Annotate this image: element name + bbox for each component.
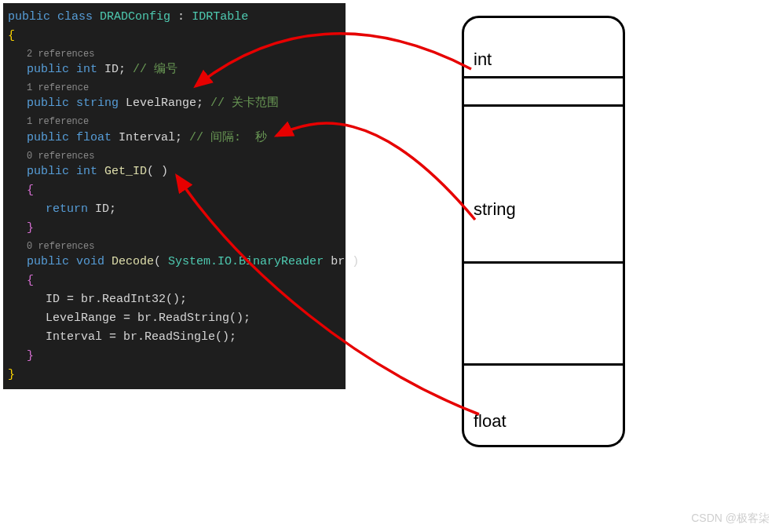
cell-int: int <box>462 16 625 78</box>
cell-empty <box>462 264 625 366</box>
binary-layout-diagram: int string float <box>462 16 625 447</box>
method-getid: public int Get_ID( ) <box>8 162 346 181</box>
cell-string: string <box>462 107 625 264</box>
field-id: public int ID; // 编号 <box>8 60 346 79</box>
cell-float: float <box>462 366 625 447</box>
method-decode: public void Decode( System.IO.BinaryRead… <box>8 253 346 271</box>
field-interval: public float Interval; // 间隔: 秒 <box>8 129 346 148</box>
cell-empty <box>462 78 625 107</box>
watermark: CSDN @极客柒 <box>691 512 770 526</box>
field-levelrange: public string LevelRange; // 关卡范围 <box>8 94 346 113</box>
class-declaration: public class DRADConfig : IDRTable <box>8 8 346 27</box>
code-panel: public class DRADConfig : IDRTable { 2 r… <box>3 3 346 389</box>
